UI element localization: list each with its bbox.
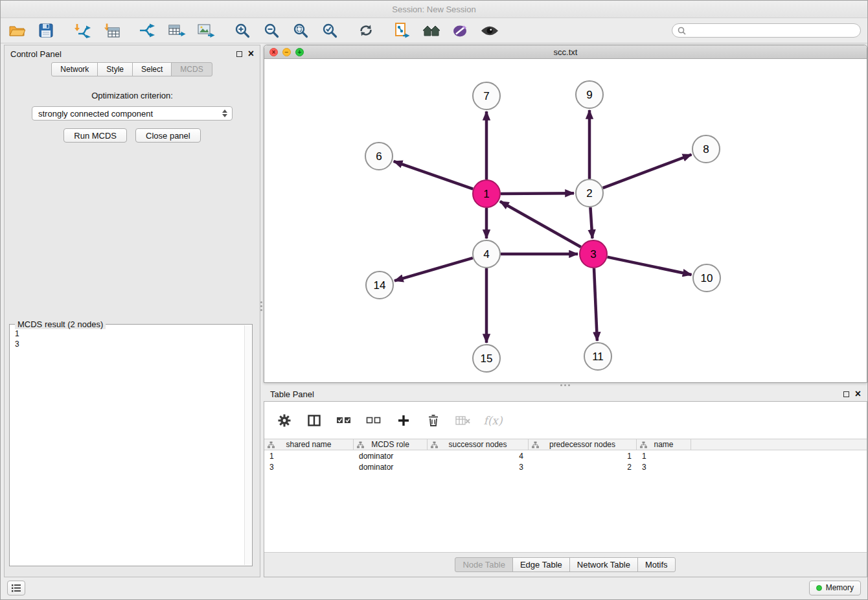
graph-node-2[interactable]: 2: [576, 179, 603, 207]
tab-network-table[interactable]: Network Table: [569, 557, 638, 572]
table-row[interactable]: 3dominator323: [264, 461, 867, 472]
table-cell: 1: [264, 452, 354, 461]
close-window-button[interactable]: ×: [269, 48, 278, 56]
delete-table-button[interactable]: [453, 411, 473, 430]
select-all-icon: [336, 416, 352, 424]
graph-edge-2-3[interactable]: [590, 207, 592, 238]
memory-status-dot: [816, 585, 822, 591]
graph-node-9[interactable]: 9: [576, 81, 603, 108]
column-header-predecessor-nodes[interactable]: predecessor nodes: [529, 439, 637, 450]
zoom-selected-button[interactable]: [320, 21, 339, 40]
tab-network[interactable]: Network: [51, 62, 98, 76]
minimize-window-button[interactable]: −: [282, 48, 291, 56]
graph-node-10[interactable]: 10: [693, 264, 720, 292]
network-canvas[interactable]: 7968124314101511: [264, 59, 867, 382]
import-table-button[interactable]: [102, 21, 121, 40]
svg-text:15: 15: [481, 352, 493, 365]
svg-text:4: 4: [483, 248, 489, 260]
graph-edge-3-10[interactable]: [608, 257, 692, 275]
select-all-button[interactable]: [334, 411, 354, 430]
close-table-panel-icon[interactable]: ×: [855, 389, 861, 399]
graph-edge-3-11[interactable]: [594, 268, 597, 341]
result-scrollbar[interactable]: [244, 325, 251, 565]
open-session-icon: [8, 23, 25, 38]
float-panel-icon[interactable]: [236, 51, 242, 57]
graph-edge-4-14[interactable]: [394, 258, 473, 281]
houses-button[interactable]: [422, 21, 441, 40]
graph-node-1[interactable]: 1: [473, 180, 500, 207]
layout-refresh-button[interactable]: [356, 21, 376, 40]
close-panel-button[interactable]: Close panel: [135, 128, 201, 143]
graph-node-3[interactable]: 3: [580, 240, 607, 268]
close-control-panel-icon[interactable]: ×: [248, 49, 254, 59]
graph-node-8[interactable]: 8: [692, 135, 720, 163]
svg-text:9: 9: [586, 89, 592, 101]
search-box[interactable]: [672, 23, 861, 38]
table-panel: Table Panel × f(x) shared nameMCDS roles…: [264, 387, 867, 577]
tab-motifs[interactable]: Motifs: [637, 557, 676, 572]
tab-edge-table[interactable]: Edge Table: [512, 557, 570, 572]
graph-node-11[interactable]: 11: [584, 343, 611, 370]
open-session-button[interactable]: [7, 21, 27, 40]
graph-node-15[interactable]: 15: [473, 345, 500, 372]
chevron-updown-icon: [222, 110, 227, 117]
zoom-in-icon: [234, 23, 250, 38]
add-icon: [397, 414, 410, 427]
table-body: 1dominator4113dominator323: [264, 450, 867, 472]
export-table-button[interactable]: [167, 21, 187, 40]
graph-node-7[interactable]: 7: [473, 82, 500, 110]
float-table-panel-icon[interactable]: [843, 391, 849, 397]
memory-button[interactable]: Memory: [809, 581, 861, 595]
control-panel: Control Panel × NetworkStyleSelectMCDS O…: [4, 45, 260, 577]
graph-edge-2-8[interactable]: [603, 155, 692, 189]
column-header-successor-nodes[interactable]: successor nodes: [428, 439, 529, 450]
run-mcds-button[interactable]: Run MCDS: [63, 128, 127, 143]
zoom-out-button[interactable]: [262, 21, 281, 40]
graph-edge-1-2[interactable]: [501, 193, 574, 194]
export-network-button[interactable]: [138, 21, 157, 40]
graph-node-14[interactable]: 14: [366, 271, 393, 299]
annotation-button[interactable]: [451, 21, 470, 40]
optimization-criterion-select[interactable]: strongly connected component: [32, 106, 233, 121]
vertical-splitter-handle[interactable]: [259, 297, 264, 314]
graph-edge-3-1[interactable]: [500, 202, 581, 247]
graph-node-6[interactable]: 6: [365, 143, 393, 170]
svg-text:14: 14: [374, 279, 386, 292]
zoom-fit-button[interactable]: [291, 21, 310, 40]
show-details-button[interactable]: [480, 21, 499, 40]
save-session-button[interactable]: [36, 21, 56, 40]
column-header-name[interactable]: name: [637, 439, 691, 450]
table-settings-button[interactable]: [275, 411, 294, 430]
show-columns-button[interactable]: [304, 411, 324, 430]
import-network-button[interactable]: [73, 21, 92, 40]
search-input[interactable]: [689, 26, 855, 36]
column-header-mcds-role[interactable]: MCDS role: [354, 439, 428, 450]
column-header-shared-name[interactable]: shared name: [264, 439, 354, 450]
add-button[interactable]: [394, 411, 413, 430]
tab-mcds[interactable]: MCDS: [171, 62, 212, 76]
table-panel-header: Table Panel ×: [264, 387, 867, 401]
column-label: successor nodes: [448, 440, 507, 449]
import-network-icon: [73, 23, 91, 38]
export-image-button[interactable]: [196, 21, 216, 40]
search-icon: [678, 27, 686, 35]
delete-row-button[interactable]: [424, 411, 443, 430]
table-row[interactable]: 1dominator411: [264, 450, 867, 461]
graph-edge-1-6[interactable]: [394, 161, 474, 189]
deselect-all-button[interactable]: [364, 411, 383, 430]
dropdown-value: strongly connected component: [38, 109, 153, 119]
column-label: name: [654, 440, 673, 449]
export-network-icon: [139, 23, 157, 38]
svg-text:1: 1: [483, 188, 489, 200]
svg-text:11: 11: [592, 351, 604, 363]
task-history-button[interactable]: [7, 581, 25, 595]
clone-network-button[interactable]: [393, 21, 412, 40]
tab-style[interactable]: Style: [97, 62, 133, 76]
tab-node-table[interactable]: Node Table: [455, 557, 513, 572]
graph-node-4[interactable]: 4: [473, 240, 500, 268]
zoom-in-button[interactable]: [233, 21, 252, 40]
column-label: predecessor nodes: [549, 440, 615, 449]
tab-select[interactable]: Select: [132, 62, 172, 76]
function-builder-button[interactable]: f(x): [483, 411, 503, 430]
maximize-window-button[interactable]: +: [295, 48, 304, 56]
